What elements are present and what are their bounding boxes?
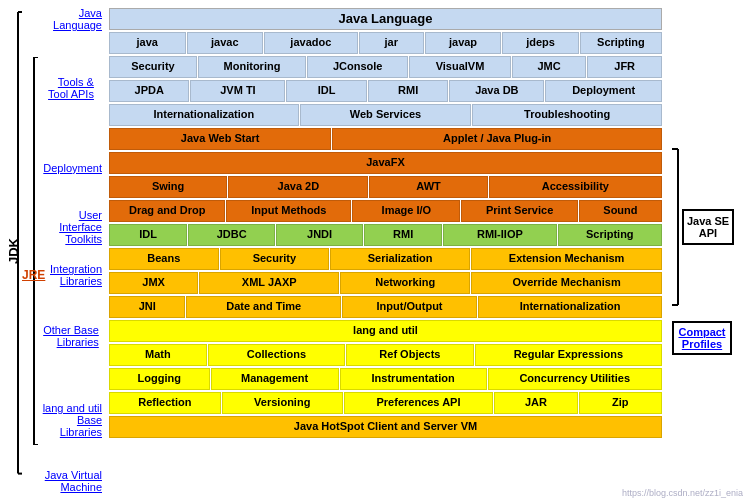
row-title: Java Language bbox=[109, 8, 662, 30]
cell-java2d: Java 2D bbox=[228, 176, 368, 198]
label-ui-toolkits: User InterfaceToolkits bbox=[40, 204, 108, 250]
cell-versioning: Versioning bbox=[222, 392, 343, 414]
label-integration-text[interactable]: IntegrationLibraries bbox=[50, 263, 102, 287]
cell-regex: Regular Expressions bbox=[475, 344, 662, 366]
row-base2: JMX XML JAXP Networking Override Mechani… bbox=[109, 272, 662, 294]
java-se-api-section: Java SEAPI bbox=[670, 147, 734, 307]
cell-int-idl: IDL bbox=[109, 224, 187, 246]
cell-javafx: JavaFX bbox=[109, 152, 662, 174]
cell-beans: Beans bbox=[109, 248, 219, 270]
cell-dnd: Drag and Drop bbox=[109, 200, 225, 222]
cell-java: java bbox=[109, 32, 186, 54]
cell-webservices: Web Services bbox=[300, 104, 472, 126]
cell-base-security: Security bbox=[220, 248, 330, 270]
cell-jar: jar bbox=[359, 32, 424, 54]
cell-serialization: Serialization bbox=[330, 248, 470, 270]
cell-jmc: JMC bbox=[512, 56, 587, 78]
label-lang-util: lang and utilBase Libraries bbox=[40, 385, 108, 455]
label-integration: IntegrationLibraries bbox=[40, 263, 108, 287]
label-deployment: Deployment bbox=[40, 146, 108, 190]
cell-int-rmi: RMI bbox=[364, 224, 442, 246]
row-deploy: Java Web Start Applet / Java Plug-in bbox=[109, 128, 662, 150]
cell-zip: Zip bbox=[579, 392, 662, 414]
row-integration: IDL JDBC JNDI RMI RMI-IIOP Scripting bbox=[109, 224, 662, 246]
right-labels: Java SEAPI CompactProfiles bbox=[662, 8, 742, 493]
cell-monitoring: Monitoring bbox=[198, 56, 306, 78]
row-base1: Beans Security Serialization Extension M… bbox=[109, 248, 662, 270]
label-lang-util-text[interactable]: lang and utilBase Libraries bbox=[40, 402, 102, 438]
row-tools3: JPDA JVM TI IDL RMI Java DB Deployment bbox=[109, 80, 662, 102]
jre-text: JRE bbox=[22, 268, 45, 282]
cell-extmechanism: Extension Mechanism bbox=[471, 248, 662, 270]
row-lang-util-title: lang and util bbox=[109, 320, 662, 342]
main-grid: Java Language java javac javadoc jar jav… bbox=[109, 8, 662, 493]
cell-jvmti: JVM TI bbox=[190, 80, 285, 102]
cell-logging: Logging bbox=[109, 368, 210, 390]
row-lang3: Reflection Versioning Preferences API JA… bbox=[109, 392, 662, 414]
row-lang1: Math Collections Ref Objects Regular Exp… bbox=[109, 344, 662, 366]
label-tools: Tools &Tool APIs bbox=[40, 44, 108, 132]
cell-javawebstart: Java Web Start bbox=[109, 128, 331, 150]
cell-visualvm: VisualVM bbox=[409, 56, 510, 78]
cell-overridemech: Override Mechanism bbox=[471, 272, 662, 294]
label-other-base-text[interactable]: Other BaseLibraries bbox=[43, 324, 99, 348]
cell-deployment: Deployment bbox=[545, 80, 662, 102]
label-java-language-text[interactable]: Java Language bbox=[40, 7, 102, 31]
jdk-label: JDK bbox=[6, 237, 21, 263]
cell-datetime: Date and Time bbox=[186, 296, 341, 318]
cell-jni: JNI bbox=[109, 296, 185, 318]
cell-jdeps: jdeps bbox=[502, 32, 579, 54]
label-ui-text[interactable]: User InterfaceToolkits bbox=[40, 209, 102, 245]
compact-profiles-box[interactable]: CompactProfiles bbox=[672, 321, 731, 355]
cell-printservice: Print Service bbox=[461, 200, 577, 222]
cell-security: Security bbox=[109, 56, 197, 78]
cell-refobjects: Ref Objects bbox=[346, 344, 474, 366]
cell-int-rmiiiop: RMI-IIOP bbox=[443, 224, 556, 246]
cell-imageio: Image I/O bbox=[352, 200, 460, 222]
watermark: https://blog.csdn.net/zz1i_enia bbox=[622, 488, 743, 498]
cell-collections: Collections bbox=[208, 344, 346, 366]
cell-jpda: JPDA bbox=[109, 80, 189, 102]
cell-jconsole: JConsole bbox=[307, 56, 408, 78]
cell-networking: Networking bbox=[340, 272, 470, 294]
cell-troubleshooting: Troubleshooting bbox=[472, 104, 662, 126]
row-tools1: java javac javadoc jar javap jdeps Scrip… bbox=[109, 32, 662, 54]
cell-jfr: JFR bbox=[587, 56, 662, 78]
label-other-base: Other BaseLibraries bbox=[40, 301, 108, 371]
row-tools2: Security Monitoring JConsole VisualVM JM… bbox=[109, 56, 662, 78]
cell-xmljaxp: XML JAXP bbox=[199, 272, 339, 294]
row-base3: JNI Date and Time Input/Output Internati… bbox=[109, 296, 662, 318]
main-wrapper: JDK JRE Java Language Tools &Tool APIs D… bbox=[0, 0, 746, 501]
label-jvm: Java VirtualMachine bbox=[40, 469, 108, 493]
cell-javac: javac bbox=[187, 32, 264, 54]
cell-jar: JAR bbox=[494, 392, 577, 414]
label-deployment-text[interactable]: Deployment bbox=[43, 162, 102, 174]
row-javafx: JavaFX bbox=[109, 152, 662, 174]
cell-applet: Applet / Java Plug-in bbox=[332, 128, 662, 150]
cell-prefsapi: Preferences API bbox=[344, 392, 493, 414]
label-tools-text[interactable]: Tools &Tool APIs bbox=[48, 76, 94, 100]
cell-swing: Swing bbox=[109, 176, 227, 198]
cell-int-jndi: JNDI bbox=[276, 224, 363, 246]
cell-awt: AWT bbox=[369, 176, 487, 198]
java-se-api-box: Java SEAPI bbox=[682, 209, 734, 245]
cell-lang-util: lang and util bbox=[109, 320, 662, 342]
cell-management: Management bbox=[211, 368, 339, 390]
cell-int-scripting: Scripting bbox=[558, 224, 662, 246]
label-java-language: Java Language bbox=[40, 8, 108, 30]
cell-inputmethods: Input Methods bbox=[226, 200, 351, 222]
cell-jvm: Java HotSpot Client and Server VM bbox=[109, 416, 662, 438]
cell-intl: Internationalization bbox=[109, 104, 299, 126]
cell-javap: javap bbox=[425, 32, 502, 54]
label-jvm-text[interactable]: Java VirtualMachine bbox=[45, 469, 102, 493]
cell-idl: IDL bbox=[286, 80, 366, 102]
cell-jmx: JMX bbox=[109, 272, 198, 294]
cell-scripting: Scripting bbox=[580, 32, 662, 54]
cell-reflection: Reflection bbox=[109, 392, 221, 414]
row-ui2: Drag and Drop Input Methods Image I/O Pr… bbox=[109, 200, 662, 222]
cell-int-jdbc: JDBC bbox=[188, 224, 275, 246]
row-tools4: Internationalization Web Services Troubl… bbox=[109, 104, 662, 126]
row-lang2: Logging Management Instrumentation Concu… bbox=[109, 368, 662, 390]
cell-base-intl: Internationalization bbox=[478, 296, 662, 318]
cell-sound: Sound bbox=[579, 200, 662, 222]
